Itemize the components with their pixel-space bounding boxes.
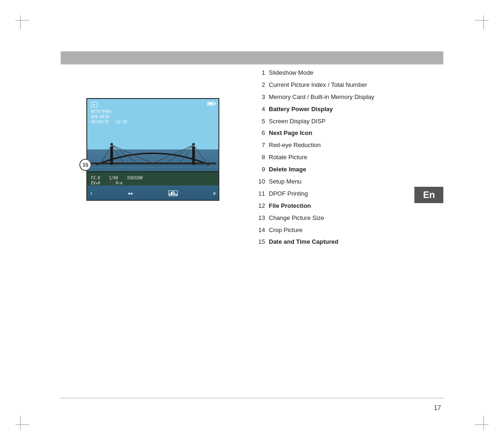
list-item-label: Battery Power Display	[269, 106, 333, 113]
list-item-label: Change Picture Size	[269, 214, 324, 222]
list-item-label: Setup Menu	[269, 178, 301, 186]
cam-extra-icons: ⬛ H₇ʀ	[109, 181, 123, 185]
corner-mark-br	[472, 413, 491, 432]
list-item-num: 15	[252, 238, 265, 246]
list-item-label: Screen Display DISP	[269, 118, 325, 126]
list-item: 1Slideshow Mode	[252, 69, 374, 77]
cam-bottom-row: ↕ ▪▪ ⊞	[87, 191, 218, 196]
cam-shoot-info: F2.8 1/60 ISO3200 EV+0 ⬛ H₇ʀ	[91, 176, 143, 186]
list-item-label: Delete Image	[269, 166, 306, 174]
list-item-num: 13	[252, 214, 265, 222]
cam-histogram	[168, 191, 178, 196]
corner-mark-tl	[13, 13, 32, 32]
list-item-label: DPOF Printing	[269, 190, 308, 198]
hist-bar-4	[174, 192, 175, 195]
list-item-num: 6	[252, 129, 265, 137]
hist-bar-3	[173, 191, 174, 195]
corner-mark-tr	[472, 13, 491, 32]
list-item: 15Date and Time Captured	[252, 238, 374, 246]
corner-mark-bl	[13, 413, 32, 432]
cam-aperture: F2.8	[91, 176, 100, 180]
list-item-num: 14	[252, 226, 265, 234]
list-item-label: Memory Card / Built-in Memory Display	[269, 93, 374, 101]
cam-datetime: 09/02/25 12:39	[91, 120, 127, 125]
cam-icon-3: ⊞	[213, 191, 216, 196]
list-item-label: Red-eye Reduction	[269, 141, 321, 149]
list-item-label: Current Picture Index / Total Number	[269, 81, 367, 89]
list-item-label: Crop Picture	[269, 226, 302, 234]
cam-icon-1: ↕	[90, 191, 92, 196]
list-item-label: Rotate Picture	[269, 154, 307, 162]
bottom-divider	[61, 398, 443, 398]
cam-folder: 009-0830	[91, 114, 127, 120]
feature-list: 1Slideshow Mode2Current Picture Index / …	[252, 69, 374, 250]
list-item: 12File Protection	[252, 202, 374, 210]
camera-screen: ▶ 0079/9999 009-0830 09/02/25 12:39	[86, 98, 219, 201]
list-item-num: 9	[252, 166, 265, 174]
list-item-num: 2	[252, 81, 265, 89]
hist-bar-5	[175, 194, 176, 195]
list-item: 4Battery Power Display	[252, 106, 374, 113]
list-item: 3Memory Card / Built-in Memory Display	[252, 93, 374, 101]
list-item: 2Current Picture Index / Total Number	[252, 81, 374, 89]
top-bar	[61, 51, 443, 64]
list-item-num: 7	[252, 141, 265, 149]
hist-bar-1	[169, 193, 170, 195]
list-item-num: 12	[252, 202, 265, 210]
cam-time: 12:39	[116, 120, 127, 124]
cam-battery-icon	[207, 102, 215, 106]
list-item-num: 5	[252, 118, 265, 126]
list-item-num: 8	[252, 154, 265, 162]
list-item-num: 3	[252, 93, 265, 101]
list-item: 7Red-eye Reduction	[252, 141, 374, 149]
cam-info-block: 0079/9999 009-0830 09/02/25 12:39	[91, 109, 127, 125]
cam-battery-fill	[208, 103, 213, 105]
hist-bar-2	[171, 192, 172, 195]
list-item: 13Change Picture Size	[252, 214, 374, 222]
list-item: 8Rotate Picture	[252, 154, 374, 162]
list-item: 5Screen Display DISP	[252, 118, 374, 126]
list-item: 14Crop Picture	[252, 226, 374, 234]
list-item-num: 10	[252, 178, 265, 186]
list-item-label: Slideshow Mode	[269, 69, 313, 77]
cam-top-left: ▶	[91, 102, 98, 107]
camera-preview: ▶ 0079/9999 009-0830 09/02/25 12:39	[86, 98, 219, 201]
list-item: 11DPOF Printing	[252, 190, 374, 198]
list-item: 9Delete Image	[252, 166, 374, 174]
cam-shutter: 1/60	[109, 176, 118, 180]
cam-battery-area	[207, 102, 215, 106]
cam-ev: EV+0	[91, 181, 100, 185]
cam-date: 09/02/25	[91, 120, 109, 124]
list-item-num: 1	[252, 69, 265, 77]
list-item-label: File Protection	[269, 202, 311, 210]
en-badge: En	[414, 187, 443, 203]
list-item-num: 11	[252, 190, 265, 198]
page-number: 17	[434, 404, 441, 411]
cam-play-icon: ▶	[91, 102, 98, 107]
list-item-label: Next Page Icon	[269, 129, 312, 137]
camera-overlay: ▶ 0079/9999 009-0830 09/02/25 12:39	[87, 99, 218, 200]
list-item-label: Date and Time Captured	[269, 238, 338, 246]
cam-index: 0079/9999	[91, 109, 127, 114]
cam-icon-2: ▪▪	[128, 191, 133, 196]
cam-iso: ISO3200	[127, 176, 143, 180]
marker-15: 15	[79, 159, 91, 171]
list-item: 6Next Page Icon	[252, 129, 374, 137]
list-item-num: 4	[252, 106, 265, 113]
list-item: 10Setup Menu	[252, 178, 374, 186]
